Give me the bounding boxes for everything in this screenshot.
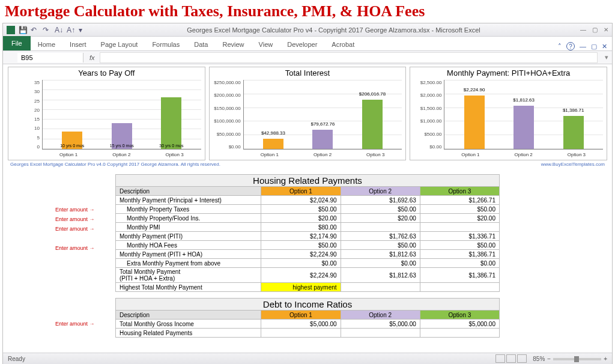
undo-icon[interactable]: ↶ <box>31 26 39 34</box>
cell[interactable] <box>341 329 420 338</box>
chart: Monthly Payment: PITI+HOA+Extra $2,500.0… <box>410 67 607 160</box>
row-label: Monthly Payment (Principal + Interest) <box>116 196 261 205</box>
cell[interactable]: $0.00 <box>261 259 341 268</box>
cell[interactable] <box>420 223 499 232</box>
bar-value-label: 10 yrs 0 mos <box>60 144 84 148</box>
quick-access-toolbar: 💾 ↶ ↷ A↓ A↑ ▾ Georges Excel Mortgage Cal… <box>3 23 612 37</box>
minimize-icon[interactable]: — <box>580 26 586 33</box>
qat-dropdown-icon[interactable]: ▾ <box>79 26 87 34</box>
minimize-ribbon-icon[interactable]: ˄ <box>558 43 562 50</box>
bar-value-label: 30 yrs 0 mos <box>159 144 183 148</box>
cell[interactable]: $50.00 <box>420 241 499 250</box>
cell[interactable]: $50.00 <box>341 205 420 214</box>
cell[interactable]: $5,000.00 <box>341 320 420 329</box>
help-icon[interactable]: ? <box>566 42 575 50</box>
cell[interactable]: $1,336.71 <box>420 232 499 241</box>
tab-developer[interactable]: Developer <box>280 38 324 50</box>
cell[interactable]: $1,812.63 <box>341 268 420 283</box>
cell[interactable]: $50.00 <box>261 205 341 214</box>
close-icon[interactable]: ✕ <box>604 26 608 33</box>
workbook-min-icon[interactable]: — <box>580 43 586 50</box>
cell[interactable]: $50.00 <box>341 241 420 250</box>
tab-view[interactable]: View <box>252 38 280 50</box>
tab-data[interactable]: Data <box>187 38 215 50</box>
y-tick: $200,000.00 <box>212 93 241 98</box>
save-icon[interactable]: 💾 <box>19 26 27 34</box>
y-tick: $2,500.00 <box>413 80 441 85</box>
cell[interactable]: $0.00 <box>341 259 420 268</box>
cell[interactable]: $1,812.63 <box>341 250 420 259</box>
cell[interactable]: $50.00 <box>261 241 341 250</box>
file-tab[interactable]: File <box>3 36 31 50</box>
name-box[interactable]: B95 <box>17 53 83 62</box>
chart-bar: $42,988.33 <box>251 139 295 149</box>
cell[interactable]: $50.00 <box>420 205 499 214</box>
cell[interactable]: $2,174.90 <box>261 232 341 241</box>
cell[interactable]: $0.00 <box>420 259 499 268</box>
x-tick: Option 1 <box>261 152 279 157</box>
cell[interactable]: $20.00 <box>261 214 341 223</box>
cell[interactable]: $2,224.90 <box>261 250 341 259</box>
credits-right[interactable]: www.BuyExcelTemplates.com <box>541 162 605 167</box>
redo-icon[interactable]: ↷ <box>43 26 51 34</box>
cell[interactable]: $5,000.00 <box>420 320 499 329</box>
cell[interactable]: $1,266.71 <box>420 196 499 205</box>
enter-amount-hint: Enter amount → <box>55 319 95 329</box>
bar-value-label: 15 yrs 0 mos <box>110 144 134 148</box>
row-label: Total Monthly Gross Income <box>116 320 261 329</box>
cell[interactable] <box>341 283 420 292</box>
cell[interactable] <box>341 223 420 232</box>
tab-page-layout[interactable]: Page Layout <box>94 38 145 50</box>
tab-insert[interactable]: Insert <box>62 38 94 50</box>
cell[interactable] <box>420 329 499 338</box>
row-label: Monthly Payment (PITI) <box>116 232 261 241</box>
cell[interactable]: $1,386.71 <box>420 250 499 259</box>
zoom-out-icon[interactable]: − <box>547 356 551 362</box>
cell[interactable]: $2,224.90 <box>261 268 341 283</box>
cell[interactable]: $5,000.00 <box>261 320 341 329</box>
y-tick: $100,000.00 <box>212 118 241 124</box>
cell[interactable]: $20.00 <box>341 214 420 223</box>
x-tick: Option 3 <box>366 152 384 157</box>
zoom-in-icon[interactable]: + <box>604 356 607 362</box>
row-label: Monthly Payment (PITI + HOA) <box>116 250 261 259</box>
row-label: Monthly Property/Flood Ins. <box>116 214 261 223</box>
tab-review[interactable]: Review <box>215 38 251 50</box>
excel-icon <box>7 26 15 34</box>
chart-bar: 15 yrs 0 mos <box>100 123 144 149</box>
cell[interactable] <box>420 283 499 292</box>
cell[interactable] <box>261 329 341 338</box>
zoom-slider[interactable] <box>553 358 601 360</box>
tab-home[interactable]: Home <box>31 38 62 50</box>
tab-acrobat[interactable]: Acrobat <box>324 38 362 50</box>
enter-amount-hint: Enter amount → <box>55 243 95 253</box>
chart: Years to Pay Off 35302520151050 10 yrs 0… <box>8 67 205 160</box>
col-header: Option 2 <box>341 187 420 196</box>
cell[interactable]: $80.00 <box>261 223 341 232</box>
table-row: Monthly PMI $80.00 <box>116 223 500 232</box>
enter-amount-hint <box>55 272 95 282</box>
sort-desc-icon[interactable]: A↑ <box>67 26 75 34</box>
row-label: Highest Total Monthly Payment <box>116 283 261 292</box>
cell[interactable]: $1,692.63 <box>341 196 420 205</box>
cell[interactable]: $20.00 <box>420 214 499 223</box>
cell[interactable]: $2,024.90 <box>261 196 341 205</box>
workbook-max-icon[interactable]: ▢ <box>591 43 597 50</box>
sort-asc-icon[interactable]: A↓ <box>55 26 63 34</box>
col-header: Option 3 <box>420 311 499 320</box>
bar-value-label: $206,016.78 <box>359 91 386 97</box>
row-label: Monthly Property Taxes <box>116 205 261 214</box>
restore-icon[interactable]: ▢ <box>592 26 598 33</box>
cell[interactable]: highest payment <box>261 283 341 292</box>
view-switcher[interactable] <box>494 354 527 364</box>
cell[interactable]: $1,386.71 <box>420 268 499 283</box>
expand-formula-icon[interactable]: ▾ <box>601 53 612 61</box>
tab-formulas[interactable]: Formulas <box>145 38 187 50</box>
fx-icon[interactable]: fx <box>85 54 100 61</box>
zoom-level[interactable]: 85% <box>533 356 545 362</box>
cell[interactable]: $1,762.63 <box>341 232 420 241</box>
y-tick: $50,000.00 <box>212 132 241 137</box>
formula-input[interactable] <box>100 52 598 63</box>
worksheet-area[interactable]: Years to Pay Off 35302520151050 10 yrs 0… <box>3 64 612 353</box>
workbook-close-icon[interactable]: ✕ <box>602 43 607 50</box>
